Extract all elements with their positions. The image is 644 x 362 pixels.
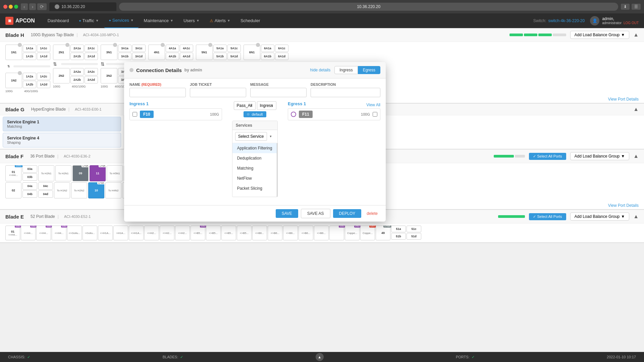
port-f06[interactable]: To H1N2: [54, 182, 70, 198]
pass-all-select[interactable]: Pass_All: [234, 101, 256, 110]
port-e19[interactable]: <>H2...: [144, 226, 159, 240]
port-e11[interactable]: >Gollu...: [83, 226, 97, 240]
port-3A1c[interactable]: 3A1c: [132, 45, 146, 52]
port-1N1[interactable]: 1N1: [5, 45, 22, 60]
blade-f-select-all-button[interactable]: ✓ Select All Ports: [529, 153, 566, 160]
select-service-dropdown[interactable]: Select Service: [235, 132, 267, 141]
nav-maintenance[interactable]: Maintenance ▼: [139, 13, 178, 28]
port-1A2b[interactable]: 1A2b: [23, 81, 36, 88]
blade-f-add-lb-button[interactable]: Add Load Balance Group ▼: [570, 152, 630, 160]
delete-button[interactable]: delete: [364, 209, 380, 218]
hide-details-link[interactable]: hide details: [310, 68, 331, 72]
port-f04a[interactable]: 04a: [22, 182, 37, 190]
port-f13[interactable]: To H5N1: [107, 165, 123, 181]
port-1A1a[interactable]: 1A1a: [23, 45, 36, 52]
port-e51b[interactable]: 51b: [391, 233, 406, 240]
port-f04d[interactable]: 04d: [38, 190, 53, 198]
ingress-port-btn[interactable]: F10: [140, 111, 154, 118]
service-item-app-filtering[interactable]: Application Filtering: [232, 143, 277, 153]
job-ticket-input[interactable]: [190, 88, 246, 97]
port-6A1d[interactable]: 6A1d: [275, 53, 288, 60]
port-4A1a[interactable]: 4A1a: [166, 45, 179, 52]
port-e45[interactable]: 25GCoppe...: [345, 226, 360, 240]
port-e39[interactable]: <>B6...: [299, 226, 313, 240]
port-6A1a[interactable]: 6A1a: [261, 45, 274, 52]
port-e51a[interactable]: 51a: [391, 226, 406, 232]
port-e03[interactable]: 10G<>H4...: [21, 226, 36, 240]
service-engine-4[interactable]: Service Engine 4 Shaping: [3, 133, 121, 147]
port-4N1[interactable]: 4N1: [148, 45, 165, 60]
deploy-button[interactable]: DEPLOY: [333, 209, 362, 218]
port-6A1c[interactable]: 6A1c: [275, 45, 288, 52]
port-4A1c[interactable]: 4A1c: [180, 45, 193, 52]
port-3A1d[interactable]: 3A1d: [132, 53, 146, 60]
message-input[interactable]: [250, 88, 307, 97]
port-3N1[interactable]: 3N1: [101, 45, 117, 60]
port-f08[interactable]: To H2N2: [71, 182, 87, 198]
port-e09[interactable]: <>Gollu...: [67, 226, 82, 240]
port-e33[interactable]: <>B6...: [252, 226, 267, 240]
port-e27[interactable]: <>B5...: [206, 226, 221, 240]
forward-btn[interactable]: ›: [29, 3, 36, 10]
port-e23[interactable]: <>H2...: [175, 226, 190, 240]
port-5N1[interactable]: 5N1: [196, 45, 213, 60]
port-e21[interactable]: <>H2...: [160, 226, 174, 240]
blade-f-collapse-button[interactable]: ▲: [633, 153, 639, 159]
port-e47[interactable]: OFFCoppe...: [360, 226, 375, 240]
nav-dashboard[interactable]: Dashboard: [43, 13, 74, 28]
port-2A2c[interactable]: 2A2c: [85, 68, 98, 75]
port-f03b[interactable]: 03b: [22, 173, 37, 181]
save-as-button[interactable]: SAVE AS: [301, 209, 330, 218]
port-e31[interactable]: <>B5...: [237, 226, 252, 240]
port-e37[interactable]: <>B6...: [283, 226, 298, 240]
port-1A1c[interactable]: 1A1c: [37, 45, 50, 52]
port-2A1c[interactable]: 2A1c: [85, 45, 98, 52]
port-2N1[interactable]: 2N1: [53, 45, 70, 60]
port-6A1b[interactable]: 6A1b: [261, 53, 274, 60]
port-f03a[interactable]: 03a: [22, 165, 37, 173]
service-item-netflow[interactable]: NetFlow: [232, 173, 277, 183]
port-4A1d[interactable]: 4A1d: [180, 53, 193, 60]
port-e29[interactable]: <>B5...: [221, 226, 236, 240]
port-f12[interactable]: To H4N2: [105, 182, 121, 198]
port-3N2[interactable]: 3N2: [101, 68, 117, 83]
egress-port-checkbox[interactable]: [373, 112, 377, 117]
port-f07[interactable]: To H2N1: [55, 165, 71, 181]
port-2A1b[interactable]: 2A1b: [70, 53, 84, 60]
port-6N1[interactable]: 6N1: [244, 45, 260, 60]
port-f04b[interactable]: 04b: [22, 190, 37, 198]
egress-button[interactable]: Egress: [358, 66, 380, 74]
scroll-up-btn[interactable]: ▲: [316, 353, 324, 361]
port-f10[interactable]: LPBK10: [88, 182, 104, 198]
port-e35[interactable]: <>B6...: [268, 226, 282, 240]
port-1N2[interactable]: 1N2: [5, 73, 22, 88]
port-e43[interactable]: 10G: [329, 226, 344, 240]
port-f02[interactable]: 02: [5, 182, 21, 198]
port-5A1d[interactable]: 5A1d: [227, 53, 241, 60]
port-4A1b[interactable]: 4A1b: [166, 53, 179, 60]
port-e05[interactable]: 10G<>H4...: [36, 226, 51, 240]
port-e51d[interactable]: 51d: [407, 233, 421, 240]
port-1A2a[interactable]: 1A2a: [23, 73, 36, 80]
port-2A2b[interactable]: 2A2b: [70, 76, 84, 83]
port-2A2a[interactable]: 2A2a: [70, 68, 84, 75]
nav-alerts[interactable]: ⚠ Alerts ▼: [205, 13, 235, 28]
nav-users[interactable]: Users ▼: [179, 13, 204, 28]
address-bar[interactable]: [119, 3, 618, 11]
logout-link[interactable]: LOG OUT: [624, 21, 639, 25]
ingress-port-checkbox[interactable]: [132, 112, 137, 117]
port-3A1b[interactable]: 3A1b: [118, 53, 131, 60]
port-e51c[interactable]: 51c: [407, 226, 421, 232]
port-e07[interactable]: 10G<>H4...: [52, 226, 66, 240]
port-2A2d[interactable]: 2A2d: [85, 76, 98, 83]
blade-h-collapse-button[interactable]: ▲: [633, 32, 639, 38]
port-e01[interactable]: 10G01<>H4...: [5, 226, 20, 240]
port-1A2c[interactable]: 1A2c: [37, 73, 50, 80]
port-f04c[interactable]: 04c: [38, 182, 53, 190]
save-button[interactable]: SAVE: [276, 209, 298, 218]
nav-services[interactable]: ● Services ▼: [104, 13, 139, 28]
ingress-button[interactable]: Ingress: [334, 66, 358, 74]
name-input[interactable]: [129, 88, 186, 97]
default-badge[interactable]: default: [244, 111, 266, 117]
port-e13[interactable]: <>H1A...: [98, 226, 113, 240]
